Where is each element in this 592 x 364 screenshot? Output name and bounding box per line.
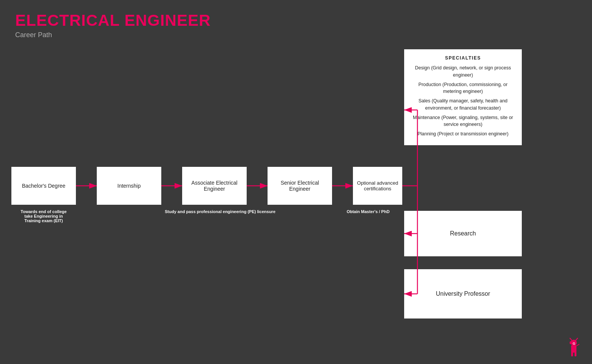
svg-point-23 — [570, 341, 572, 344]
svg-rect-20 — [575, 352, 576, 356]
svg-line-24 — [576, 344, 579, 346]
svg-rect-18 — [571, 345, 576, 353]
svg-rect-15 — [268, 167, 332, 205]
svg-line-21 — [570, 338, 572, 340]
label-masters: Obtain Master's / PhD — [330, 209, 406, 214]
svg-rect-16 — [353, 167, 402, 205]
svg-rect-19 — [571, 352, 573, 356]
specialty-2: Production (Production, commissioning, o… — [410, 81, 516, 96]
goat-logo: G — [562, 337, 585, 359]
specialty-5: Planning (Project or transmission engine… — [410, 130, 516, 138]
professor-label: University Professor — [436, 290, 490, 297]
svg-rect-13 — [97, 167, 161, 205]
svg-rect-14 — [182, 167, 247, 205]
label-pe: Study and pass professional engineering … — [148, 209, 292, 214]
research-box: Research — [404, 211, 522, 256]
page-header: ELECTRICAL ENGINEER Career Path — [15, 11, 211, 39]
specialties-box: SPECIALTIES Design (Grid design, network… — [404, 49, 522, 145]
specialty-4: Maintenance (Power, signaling, systems, … — [410, 114, 516, 129]
specialty-1: Design (Grid design, network, or sign pr… — [410, 64, 516, 79]
svg-rect-12 — [11, 167, 76, 205]
professor-box: University Professor — [404, 269, 522, 318]
specialties-title: SPECIALTIES — [410, 55, 516, 61]
label-bachelor: Towards end of collegetake Engineering i… — [11, 209, 76, 223]
svg-line-22 — [576, 338, 578, 340]
research-label: Research — [450, 230, 476, 237]
page-subtitle: Career Path — [15, 31, 211, 39]
specialty-3: Sales (Quality manager, safety, health a… — [410, 97, 516, 112]
svg-text:G: G — [573, 342, 575, 345]
page-title: ELECTRICAL ENGINEER — [15, 11, 211, 30]
